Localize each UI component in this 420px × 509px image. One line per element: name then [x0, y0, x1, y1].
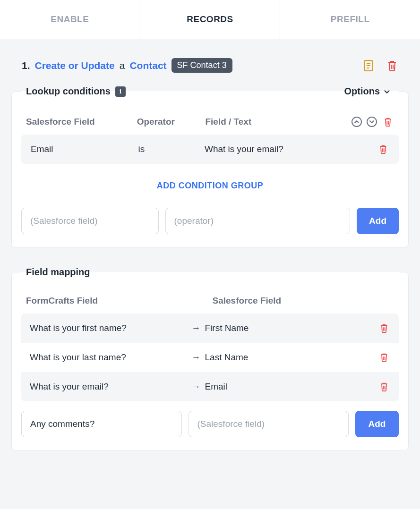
arrow-icon: → — [192, 382, 201, 392]
chevron-down-icon — [383, 87, 391, 96]
record-header: 1. Create or Update a Contact SF Contact… — [22, 58, 398, 73]
lookup-header-operator: Operator — [137, 117, 201, 127]
delete-record-icon[interactable] — [386, 59, 398, 72]
record-joiner: a — [120, 60, 125, 71]
record-badge: SF Contact 3 — [171, 58, 232, 73]
lookup-header-field: Salesforce Field — [26, 117, 132, 127]
lookup-condition-row: Email is What is your email? — [21, 135, 399, 164]
lookup-title: Lookup conditions — [26, 86, 111, 97]
mapping-row: What is your first name? → First Name — [21, 314, 399, 343]
mapping-form-field[interactable]: What is your last name? — [30, 352, 192, 363]
mapping-form-field[interactable]: What is your first name? — [30, 323, 192, 333]
mapping-panel: Field mapping FormCrafts Field Salesforc… — [11, 267, 409, 451]
tab-enable[interactable]: ENABLE — [0, 0, 140, 39]
add-condition-button[interactable]: Add — [357, 208, 399, 234]
arrow-icon: → — [192, 323, 201, 333]
new-mapping-form-input[interactable] — [21, 411, 182, 437]
delete-group-icon[interactable] — [382, 116, 394, 128]
record-action-link[interactable]: Create or Update — [35, 60, 115, 71]
condition-operator[interactable]: is — [138, 144, 200, 154]
mapping-row: What is your email? → Email — [21, 372, 399, 401]
delete-condition-icon[interactable] — [377, 143, 389, 155]
arrow-icon: → — [192, 352, 201, 363]
move-down-icon[interactable] — [367, 117, 377, 127]
lookup-panel: Lookup conditions i Options Salesforce F… — [11, 86, 409, 248]
delete-mapping-icon[interactable] — [378, 351, 390, 364]
mapping-rows: What is your first name? → First Name Wh… — [21, 314, 399, 401]
mapping-sf-field[interactable]: Last Name — [205, 352, 367, 363]
lookup-header-row: Salesforce Field Operator Field / Text — [21, 108, 399, 135]
condition-field[interactable]: Email — [31, 144, 133, 154]
tab-records[interactable]: RECORDS — [140, 0, 281, 39]
lookup-header-value: Field / Text — [205, 117, 333, 127]
record-index: 1. — [22, 60, 30, 71]
note-icon[interactable] — [362, 59, 375, 72]
delete-mapping-icon[interactable] — [378, 381, 390, 393]
mapping-add-row: Add — [21, 411, 399, 437]
tabs: ENABLE RECORDS PREFILL — [0, 0, 420, 39]
add-condition-group-button[interactable]: ADD CONDITION GROUP — [21, 164, 399, 208]
lookup-options-dropdown[interactable]: Options — [344, 86, 394, 97]
condition-value[interactable]: What is your email? — [205, 144, 328, 154]
move-up-icon[interactable] — [351, 117, 362, 127]
record-object-link[interactable]: Contact — [129, 60, 166, 71]
content-area: 1. Create or Update a Contact SF Contact… — [0, 39, 420, 489]
delete-mapping-icon[interactable] — [378, 322, 390, 334]
mapping-sf-field[interactable]: First Name — [205, 323, 367, 333]
lookup-options-label: Options — [344, 86, 380, 97]
mapping-header-form: FormCrafts Field — [26, 296, 184, 306]
lookup-add-row: Add — [21, 208, 399, 234]
new-condition-operator-input[interactable] — [165, 208, 351, 234]
mapping-header-row: FormCrafts Field Salesforce Field — [21, 289, 399, 314]
mapping-sf-field[interactable]: Email — [205, 382, 367, 392]
mapping-header-sf: Salesforce Field — [213, 296, 371, 306]
info-icon[interactable]: i — [115, 86, 126, 97]
mapping-form-field[interactable]: What is your email? — [30, 382, 192, 392]
mapping-row: What is your last name? → Last Name — [21, 343, 399, 372]
add-mapping-button[interactable]: Add — [355, 411, 399, 437]
mapping-title: Field mapping — [26, 267, 90, 278]
tab-prefill[interactable]: PREFILL — [280, 0, 420, 39]
new-mapping-sf-input[interactable] — [189, 411, 349, 437]
new-condition-field-input[interactable] — [21, 208, 159, 234]
